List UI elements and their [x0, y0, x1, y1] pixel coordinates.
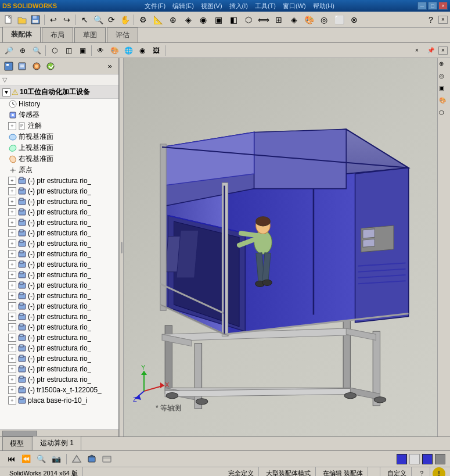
color-swatch-blue2[interactable]: [422, 454, 433, 464]
render[interactable]: 🖼: [150, 44, 163, 57]
bt-icon-4[interactable]: 📷: [50, 453, 63, 466]
panel-resize-handle[interactable]: [119, 58, 124, 436]
view-tb-3[interactable]: ▣: [439, 85, 449, 95]
select-button[interactable]: ↖: [78, 13, 91, 26]
expand-part16[interactable]: +: [8, 334, 16, 342]
tree-item-sensors[interactable]: 传感器: [0, 109, 118, 120]
tree-item-part10[interactable]: + (-) ptr estructura rio_: [0, 270, 118, 280]
menu-tools[interactable]: 工具(T): [255, 2, 276, 10]
expand-part14[interactable]: +: [8, 313, 16, 321]
tab-assembly[interactable]: 装配体: [2, 27, 41, 42]
tree-item-part11[interactable]: + (-) ptr estructura rio_: [0, 280, 118, 291]
tree-root-item[interactable]: ▼ ⚠ 10工位自动化加工设备: [0, 86, 118, 99]
hide-show[interactable]: 👁: [94, 44, 107, 57]
tb-icon-15[interactable]: ⊗: [348, 13, 361, 26]
tab-sketch[interactable]: 草图: [74, 27, 106, 42]
tree-item-part16[interactable]: + (-) ptr estructura rio_: [0, 332, 118, 343]
scene[interactable]: 🌐: [122, 44, 135, 57]
tb-icon-11[interactable]: ◈: [287, 13, 300, 26]
panel-icon-1[interactable]: [2, 60, 15, 73]
tree-item-part9[interactable]: + (-) ptr estructura rio_: [0, 259, 118, 270]
expand-part6[interactable]: +: [8, 229, 16, 237]
expand-part9[interactable]: +: [8, 260, 16, 269]
tb2-close[interactable]: ×: [438, 46, 448, 55]
expand-part4[interactable]: +: [8, 208, 16, 216]
tree-item-part14[interactable]: + (-) ptr estructura rio_: [0, 312, 118, 322]
tb-icon-10[interactable]: ⊞: [272, 13, 285, 26]
tree-item-part4[interactable]: + (-) ptr estructura rio_: [0, 207, 118, 217]
zoom-prev[interactable]: 🔍: [30, 44, 43, 57]
float-close[interactable]: ×: [438, 16, 448, 24]
tree-item-part8[interactable]: + (-) ptr estructura rio_: [0, 249, 118, 259]
tb-icon-14[interactable]: ⬜: [333, 13, 345, 26]
menu-edit[interactable]: 编辑(E): [172, 2, 194, 10]
bt-icon-5[interactable]: [70, 453, 83, 466]
tree-item-part3[interactable]: + (-) ptr estructura rio_: [0, 196, 118, 207]
tree-item-part21[interactable]: + (-) tr1500a-x_t-122005_: [0, 385, 118, 395]
tb-icon-13[interactable]: ◎: [318, 13, 330, 26]
new-button[interactable]: [2, 13, 15, 26]
expand-part3[interactable]: +: [8, 198, 16, 206]
tree-item-notes[interactable]: + 注解: [0, 120, 118, 131]
expand-part20[interactable]: +: [8, 375, 16, 384]
tree-item-part20[interactable]: + (-) ptr estructura rio_: [0, 374, 118, 385]
expand-part15[interactable]: +: [8, 323, 16, 331]
tree-item-part18[interactable]: + (-) ptr estructura rio_: [0, 353, 118, 364]
menu-file[interactable]: 文件(F): [145, 2, 165, 10]
menu-window[interactable]: 窗口(W): [283, 2, 306, 10]
view-color[interactable]: ◉: [136, 44, 149, 57]
menu-insert[interactable]: 插入(I): [229, 2, 248, 10]
3d-viewport[interactable]: X Y Z * 等轴测 ⊕ ◎ ▣ 🎨 ⬡: [124, 58, 450, 436]
bt-icon-1[interactable]: ⏮: [5, 453, 17, 466]
expand-part10[interactable]: +: [8, 271, 16, 279]
expand-part1[interactable]: +: [8, 177, 16, 185]
tree-item-part22[interactable]: + placa base-rio-10_i: [0, 395, 118, 406]
tree-item-top[interactable]: 上视基准面: [0, 142, 118, 153]
panel-expand[interactable]: »: [103, 60, 116, 73]
expand-part8[interactable]: +: [8, 250, 16, 258]
pin-toolbar[interactable]: 📌: [424, 44, 437, 57]
restore-button[interactable]: □: [428, 2, 437, 10]
tree-item-part2[interactable]: + (-) ptr estructura rio_: [0, 186, 118, 196]
redo-button[interactable]: ↪: [60, 13, 73, 26]
tree-item-part6[interactable]: + (-) ptr estructura rio_: [0, 228, 118, 238]
expand-part18[interactable]: +: [8, 355, 16, 363]
view-tb-5[interactable]: ⬡: [439, 109, 449, 120]
expand-part5[interactable]: +: [8, 219, 16, 227]
tree-item-part17[interactable]: + (-) ptr estructura rio_: [0, 343, 118, 353]
view-orient[interactable]: ⬡: [48, 44, 61, 57]
tree-item-part15[interactable]: + (-) ptr estructura rio_: [0, 322, 118, 332]
tab-evaluate[interactable]: 评估: [107, 27, 138, 42]
tb-icon-5[interactable]: ◉: [197, 13, 210, 26]
bt-icon-6[interactable]: [85, 453, 98, 466]
zoom-fit[interactable]: 🔎: [2, 44, 15, 57]
tree-item-part7[interactable]: + (-) ptr estructura rio_: [0, 238, 118, 249]
status-help[interactable]: ？: [414, 467, 430, 476]
tree-item-front[interactable]: 前视基准面: [0, 131, 118, 142]
pan-button[interactable]: ✋: [118, 13, 131, 26]
notification-button[interactable]: !: [433, 467, 445, 477]
tb-icon-4[interactable]: ◈: [182, 13, 195, 26]
notes-expand[interactable]: +: [8, 122, 16, 130]
tb-icon-3[interactable]: ⊕: [167, 13, 179, 26]
tab-motion[interactable]: 运动算例 1: [33, 436, 81, 450]
part21-expand[interactable]: +: [8, 386, 16, 394]
tb-icon-12[interactable]: 🎨: [303, 13, 315, 26]
tree-item-part5[interactable]: + (-) ptr estructura rio_: [0, 217, 118, 228]
panel-icon-4[interactable]: [44, 60, 57, 73]
expand-part12[interactable]: +: [8, 292, 16, 300]
expand-part17[interactable]: +: [8, 344, 16, 352]
tree-item-origin[interactable]: 原点: [0, 164, 118, 176]
rotate-button[interactable]: ⟳: [105, 13, 118, 26]
bt-icon-2[interactable]: ⏪: [20, 453, 33, 466]
view-display[interactable]: ▣: [76, 44, 89, 57]
tb-icon-2[interactable]: 📐: [152, 13, 164, 26]
tree-item-part12[interactable]: + (-) ptr estructura rio_: [0, 291, 118, 301]
tb-icon-1[interactable]: ⚙: [136, 13, 149, 26]
tree-item-part1[interactable]: + (-) ptr estructura rio_: [0, 176, 118, 186]
tree-item-part19[interactable]: + (-) ptr estructura rio_: [0, 364, 118, 374]
appearance[interactable]: 🎨: [108, 44, 121, 57]
expand-part2[interactable]: +: [8, 187, 16, 195]
view-tb-2[interactable]: ◎: [439, 73, 449, 83]
h-scroll-thumb[interactable]: [2, 431, 37, 436]
